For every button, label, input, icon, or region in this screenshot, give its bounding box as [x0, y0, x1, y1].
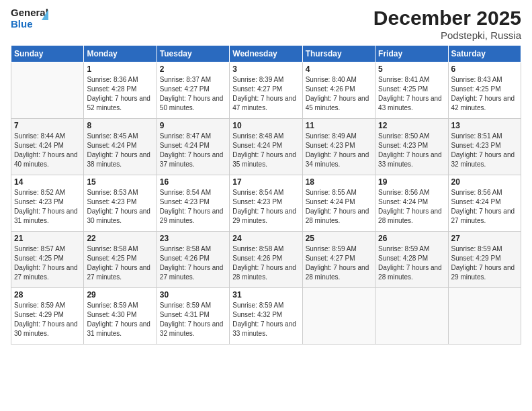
table-row: 21Sunrise: 8:57 AMSunset: 4:25 PMDayligh… — [11, 232, 84, 288]
day-number: 10 — [232, 121, 299, 130]
calendar-week-row: 1Sunrise: 8:36 AMSunset: 4:28 PMDaylight… — [11, 62, 521, 119]
table-row: 1Sunrise: 8:36 AMSunset: 4:28 PMDaylight… — [84, 62, 157, 119]
cell-info: Sunrise: 8:55 AMSunset: 4:24 PMDaylight:… — [306, 188, 372, 226]
day-number: 9 — [160, 121, 226, 130]
cell-info: Sunrise: 8:48 AMSunset: 4:24 PMDaylight:… — [232, 132, 299, 169]
table-row: 28Sunrise: 8:59 AMSunset: 4:29 PMDayligh… — [11, 288, 84, 345]
day-number: 20 — [451, 177, 518, 187]
table-row: 13Sunrise: 8:51 AMSunset: 4:23 PMDayligh… — [448, 119, 521, 175]
day-number: 21 — [14, 234, 81, 243]
logo: General Blue — [11, 7, 56, 36]
cell-info: Sunrise: 8:36 AMSunset: 4:28 PMDaylight:… — [87, 75, 153, 113]
month-title: December 2025 — [373, 7, 521, 30]
table-row: 11Sunrise: 8:49 AMSunset: 4:23 PMDayligh… — [302, 119, 375, 175]
cell-info: Sunrise: 8:56 AMSunset: 4:24 PMDaylight:… — [451, 188, 518, 226]
day-number: 26 — [378, 234, 445, 243]
cell-info: Sunrise: 8:39 AMSunset: 4:27 PMDaylight:… — [232, 75, 299, 113]
day-number: 6 — [451, 64, 518, 74]
table-row: 25Sunrise: 8:59 AMSunset: 4:27 PMDayligh… — [302, 232, 375, 288]
day-number: 22 — [87, 234, 153, 243]
cell-info: Sunrise: 8:58 AMSunset: 4:26 PMDaylight:… — [232, 244, 299, 282]
table-row: 4Sunrise: 8:40 AMSunset: 4:26 PMDaylight… — [302, 62, 375, 119]
calendar-table: Sunday Monday Tuesday Wednesday Thursday… — [11, 45, 521, 345]
col-monday: Monday — [84, 46, 157, 62]
cell-info: Sunrise: 8:49 AMSunset: 4:23 PMDaylight:… — [306, 132, 372, 169]
logo-blue: Blue — [11, 18, 33, 30]
table-row: 2Sunrise: 8:37 AMSunset: 4:27 PMDaylight… — [157, 62, 229, 119]
table-row: 7Sunrise: 8:44 AMSunset: 4:24 PMDaylight… — [11, 119, 84, 175]
col-friday: Friday — [375, 46, 448, 62]
cell-info: Sunrise: 8:59 AMSunset: 4:28 PMDaylight:… — [378, 244, 445, 282]
col-saturday: Saturday — [448, 46, 521, 62]
day-number: 14 — [14, 177, 81, 187]
calendar-week-row: 7Sunrise: 8:44 AMSunset: 4:24 PMDaylight… — [11, 119, 521, 175]
table-row: 20Sunrise: 8:56 AMSunset: 4:24 PMDayligh… — [448, 175, 521, 232]
day-number: 13 — [451, 121, 518, 130]
cell-info: Sunrise: 8:58 AMSunset: 4:26 PMDaylight:… — [160, 244, 226, 282]
cell-info: Sunrise: 8:50 AMSunset: 4:23 PMDaylight:… — [378, 132, 445, 169]
day-number: 19 — [378, 177, 445, 187]
day-number: 15 — [87, 177, 153, 187]
table-row: 15Sunrise: 8:53 AMSunset: 4:23 PMDayligh… — [84, 175, 157, 232]
day-number: 1 — [87, 64, 153, 74]
table-row: 10Sunrise: 8:48 AMSunset: 4:24 PMDayligh… — [230, 119, 302, 175]
cell-info: Sunrise: 8:58 AMSunset: 4:25 PMDaylight:… — [87, 244, 153, 282]
cell-info: Sunrise: 8:57 AMSunset: 4:25 PMDaylight:… — [14, 244, 81, 282]
table-row: 27Sunrise: 8:59 AMSunset: 4:29 PMDayligh… — [448, 232, 521, 288]
day-number: 8 — [87, 121, 153, 130]
col-wednesday: Wednesday — [230, 46, 302, 62]
table-row: 31Sunrise: 8:59 AMSunset: 4:32 PMDayligh… — [230, 288, 302, 345]
day-number: 4 — [306, 64, 372, 74]
col-thursday: Thursday — [302, 46, 375, 62]
day-number: 25 — [306, 234, 372, 243]
cell-info: Sunrise: 8:59 AMSunset: 4:29 PMDaylight:… — [451, 244, 518, 282]
title-block: December 2025 Podstepki, Russia — [373, 7, 521, 41]
day-number: 5 — [378, 64, 445, 74]
table-row: 12Sunrise: 8:50 AMSunset: 4:23 PMDayligh… — [375, 119, 448, 175]
cell-info: Sunrise: 8:56 AMSunset: 4:24 PMDaylight:… — [378, 188, 445, 226]
cell-info: Sunrise: 8:51 AMSunset: 4:23 PMDaylight:… — [451, 132, 518, 169]
cell-info: Sunrise: 8:52 AMSunset: 4:23 PMDaylight:… — [14, 188, 81, 226]
table-row — [302, 288, 375, 345]
day-number: 30 — [160, 290, 226, 300]
col-tuesday: Tuesday — [157, 46, 229, 62]
cell-info: Sunrise: 8:45 AMSunset: 4:24 PMDaylight:… — [87, 132, 153, 169]
table-row: 30Sunrise: 8:59 AMSunset: 4:31 PMDayligh… — [157, 288, 229, 345]
cell-info: Sunrise: 8:41 AMSunset: 4:25 PMDaylight:… — [378, 75, 445, 113]
day-number: 27 — [451, 234, 518, 243]
table-row — [375, 288, 448, 345]
table-row — [11, 62, 84, 119]
table-row: 3Sunrise: 8:39 AMSunset: 4:27 PMDaylight… — [230, 62, 302, 119]
cell-info: Sunrise: 8:40 AMSunset: 4:26 PMDaylight:… — [306, 75, 372, 113]
table-row: 19Sunrise: 8:56 AMSunset: 4:24 PMDayligh… — [375, 175, 448, 232]
page-header: General Blue December 2025 Podstepki, Ru… — [11, 7, 521, 41]
cell-info: Sunrise: 8:53 AMSunset: 4:23 PMDaylight:… — [87, 188, 153, 226]
table-row: 26Sunrise: 8:59 AMSunset: 4:28 PMDayligh… — [375, 232, 448, 288]
day-number: 17 — [232, 177, 299, 187]
col-sunday: Sunday — [11, 46, 84, 62]
page-container: General Blue December 2025 Podstepki, Ru… — [0, 0, 532, 351]
cell-info: Sunrise: 8:44 AMSunset: 4:24 PMDaylight:… — [14, 132, 81, 169]
day-number: 2 — [160, 64, 226, 74]
day-number: 24 — [232, 234, 299, 243]
table-row: 16Sunrise: 8:54 AMSunset: 4:23 PMDayligh… — [157, 175, 229, 232]
cell-info: Sunrise: 8:43 AMSunset: 4:25 PMDaylight:… — [451, 75, 518, 113]
day-number: 11 — [306, 121, 372, 130]
table-row: 22Sunrise: 8:58 AMSunset: 4:25 PMDayligh… — [84, 232, 157, 288]
table-row — [448, 288, 521, 345]
calendar-week-row: 28Sunrise: 8:59 AMSunset: 4:29 PMDayligh… — [11, 288, 521, 345]
table-row: 9Sunrise: 8:47 AMSunset: 4:24 PMDaylight… — [157, 119, 229, 175]
table-row: 29Sunrise: 8:59 AMSunset: 4:30 PMDayligh… — [84, 288, 157, 345]
table-row: 23Sunrise: 8:58 AMSunset: 4:26 PMDayligh… — [157, 232, 229, 288]
day-number: 31 — [232, 290, 299, 300]
calendar-week-row: 21Sunrise: 8:57 AMSunset: 4:25 PMDayligh… — [11, 232, 521, 288]
day-number: 7 — [14, 121, 81, 130]
calendar-header-row: Sunday Monday Tuesday Wednesday Thursday… — [11, 46, 521, 62]
cell-info: Sunrise: 8:59 AMSunset: 4:30 PMDaylight:… — [87, 301, 153, 338]
logo-triangle-icon — [42, 9, 48, 20]
location: Podstepki, Russia — [373, 30, 521, 41]
cell-info: Sunrise: 8:59 AMSunset: 4:29 PMDaylight:… — [14, 301, 81, 338]
day-number: 28 — [14, 290, 81, 300]
day-number: 16 — [160, 177, 226, 187]
day-number: 3 — [232, 64, 299, 74]
